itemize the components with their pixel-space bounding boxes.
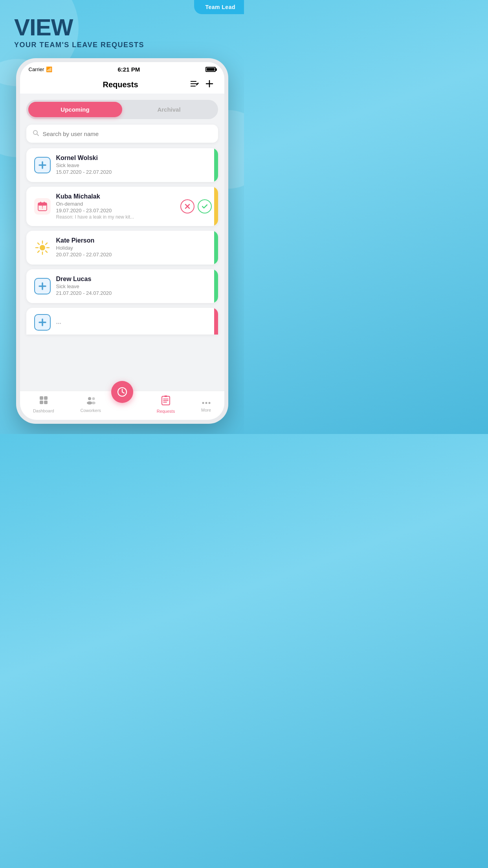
status-time: 6:21 PM [118, 66, 140, 73]
card-actions [180, 199, 212, 213]
svg-point-38 [92, 397, 95, 400]
tab-dashboard-label: Dashboard [33, 408, 54, 413]
nav-bar: Requests [20, 76, 224, 94]
svg-line-31 [122, 392, 124, 393]
phone-frame: Carrier 📶 6:21 PM Requests [16, 58, 228, 424]
header-view-title: VIEW [14, 16, 144, 39]
card-type: Sick leave [56, 283, 212, 289]
tabs-container: Upcoming Archival [26, 100, 218, 119]
more-icon [202, 396, 211, 406]
request-card[interactable]: Kate Pierson Holiday 20.07.2020 - 22.07.… [26, 231, 218, 265]
svg-point-47 [208, 402, 210, 404]
status-bar: Carrier 📶 6:21 PM [20, 62, 224, 76]
tab-more-label: More [201, 408, 211, 412]
svg-point-45 [202, 402, 204, 404]
card-type: Sick leave [56, 162, 212, 168]
wifi-icon: 📶 [46, 66, 52, 72]
svg-line-6 [37, 134, 39, 136]
card-stripe-green [214, 269, 218, 303]
card-type: Holiday [56, 245, 212, 251]
card-name: Kuba Michalak [56, 193, 175, 200]
card-reason: Reason: I have a leak in my new kit... [56, 214, 175, 220]
card-type: On-demand [56, 201, 175, 207]
tab-upcoming[interactable]: Upcoming [28, 102, 122, 117]
search-input[interactable] [43, 131, 212, 137]
svg-line-22 [46, 251, 47, 252]
search-icon [33, 130, 39, 138]
card-dates: 21.07.2020 - 24.07.2020 [56, 290, 212, 296]
svg-point-46 [205, 402, 207, 404]
tab-requests-actual[interactable]: Requests [152, 395, 180, 414]
card-content: ... [56, 318, 212, 326]
battery-indicator [205, 67, 216, 72]
phone-screen: Carrier 📶 6:21 PM Requests [20, 62, 224, 420]
reject-button[interactable] [180, 199, 194, 213]
card-dates: 19.07.2020 - 23.07.2020 [56, 208, 175, 213]
svg-line-21 [38, 243, 39, 245]
svg-rect-41 [164, 395, 167, 397]
card-dates: 20.07.2020 - 22.07.2020 [56, 252, 212, 257]
card-stripe-green [214, 148, 218, 182]
svg-point-39 [92, 402, 95, 405]
card-stripe-red [214, 308, 218, 335]
requests-icon [161, 395, 170, 408]
card-content: Drew Lucas Sick leave 21.07.2020 - 24.07… [56, 276, 212, 297]
svg-line-24 [38, 251, 39, 252]
tab-more[interactable]: More [196, 396, 216, 412]
svg-point-16 [40, 245, 45, 250]
sick-leave-icon [34, 157, 51, 173]
partial-card[interactable]: ... [26, 308, 218, 335]
card-content: Kate Pierson Holiday 20.07.2020 - 22.07.… [56, 237, 212, 258]
ondemand-icon: ! [34, 198, 51, 215]
card-stripe-green [214, 231, 218, 265]
svg-rect-35 [44, 401, 48, 404]
svg-text:!: ! [42, 205, 43, 210]
filter-edit-button[interactable] [191, 80, 199, 89]
card-name: Kate Pierson [56, 237, 212, 244]
battery-icon [205, 67, 216, 72]
tab-archival[interactable]: Archival [122, 102, 216, 117]
nav-actions [191, 80, 213, 90]
dashboard-icon [39, 395, 48, 407]
card-content: Kuba Michalak On-demand 19.07.2020 - 23.… [56, 193, 175, 220]
request-card[interactable]: ! Kuba Michalak On-demand 19.07.2020 - 2… [26, 187, 218, 226]
card-name: Kornel Wolski [56, 154, 212, 162]
card-dates: 15.07.2020 - 22.07.2020 [56, 169, 212, 175]
svg-rect-33 [44, 396, 48, 400]
tab-coworkers-label: Coworkers [81, 408, 101, 413]
request-card[interactable]: Drew Lucas Sick leave 21.07.2020 - 24.07… [26, 269, 218, 303]
holiday-icon [34, 239, 51, 256]
nav-title: Requests [103, 80, 138, 89]
card-content: Kornel Wolski Sick leave 15.07.2020 - 22… [56, 154, 212, 176]
svg-rect-34 [40, 401, 43, 404]
approve-button[interactable] [198, 199, 212, 213]
fab-clock-button[interactable] [111, 381, 133, 403]
content-area: Upcoming Archival [20, 94, 224, 391]
card-stripe-yellow [214, 187, 218, 226]
request-card[interactable]: Kornel Wolski Sick leave 15.07.2020 - 22… [26, 148, 218, 182]
sick-leave-icon [34, 278, 51, 294]
add-button[interactable] [205, 80, 213, 90]
card-name: Drew Lucas [56, 276, 212, 283]
card-name: ... [56, 318, 212, 326]
svg-point-37 [87, 401, 92, 405]
svg-rect-12 [44, 202, 45, 204]
bottom-tab-bar: Dashboard Coworkers [20, 391, 224, 420]
tab-coworkers[interactable]: Coworkers [76, 396, 106, 413]
team-lead-badge: Team Lead [194, 0, 244, 14]
tab-requests-label: Requests [157, 409, 175, 414]
coworkers-icon [86, 396, 96, 407]
search-container [26, 125, 218, 143]
header-subtitle: YOUR TEAM'S LEAVE REQUESTS [14, 41, 144, 49]
svg-line-23 [46, 243, 47, 245]
svg-point-36 [88, 397, 91, 400]
sick-leave-icon [34, 314, 51, 331]
tab-dashboard[interactable]: Dashboard [28, 395, 59, 413]
header-section: VIEW YOUR TEAM'S LEAVE REQUESTS [14, 16, 144, 49]
carrier-text: Carrier 📶 [29, 66, 53, 72]
svg-rect-11 [40, 202, 41, 204]
svg-rect-32 [40, 396, 43, 400]
